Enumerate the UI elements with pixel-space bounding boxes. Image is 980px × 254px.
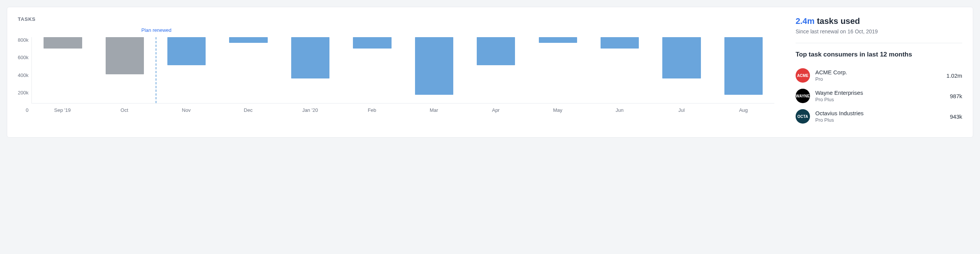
bar-column <box>527 37 589 103</box>
bar <box>291 37 329 78</box>
x-tick: Apr <box>465 107 527 113</box>
bar-column <box>713 37 775 103</box>
tasks-used-label: tasks used <box>817 16 860 26</box>
bar-column <box>94 37 156 103</box>
consumer-row: WayneWayne EnterprisesPro Plus987k <box>795 86 962 106</box>
consumer-row: ACMEACME Corp.Pro1.02m <box>795 65 962 86</box>
x-tick: Mar <box>403 107 465 113</box>
bar <box>724 37 763 95</box>
bar <box>106 37 144 74</box>
bar <box>229 37 267 43</box>
bar-column <box>341 37 403 103</box>
y-tick: 200k <box>18 90 29 96</box>
bar-column <box>465 37 527 103</box>
bar <box>601 37 639 48</box>
y-tick: 600k <box>18 54 29 60</box>
consumer-name: Wayne Enterprises <box>815 89 944 96</box>
y-tick: 400k <box>18 72 29 78</box>
x-tick: May <box>527 107 589 113</box>
x-axis: Sep '19OctNovDecJan '20FebMarAprMayJunJu… <box>32 104 775 113</box>
x-tick: Jul <box>651 107 712 113</box>
consumer-name: ACME Corp. <box>815 69 941 75</box>
x-tick: Feb <box>341 107 403 113</box>
avatar: Octa <box>795 109 810 124</box>
avatar: Wayne <box>795 89 810 103</box>
consumer-meta: Wayne EnterprisesPro Plus <box>815 89 944 102</box>
consumer-plan: Pro Plus <box>815 117 944 123</box>
bar <box>662 37 700 78</box>
tasks-card: TASKS 0200k400k600k800k Plan renewed Sep… <box>7 7 973 137</box>
bar <box>415 37 453 95</box>
consumer-row: OctaOctavius IndustriesPro Plus943k <box>795 106 962 127</box>
x-tick: Dec <box>217 107 279 113</box>
summary-pane: 2.4m tasks used Since last renewal on 16… <box>795 16 962 127</box>
x-tick: Jan '20 <box>279 107 341 113</box>
bar <box>167 37 205 65</box>
divider <box>795 43 962 43</box>
consumer-value: 943k <box>950 113 962 120</box>
bar-column <box>589 37 651 103</box>
chart-pane: TASKS 0200k400k600k800k Plan renewed Sep… <box>18 16 775 127</box>
tasks-used-subtext: Since last renewal on 16 Oct, 2019 <box>795 29 962 35</box>
bar <box>477 37 515 65</box>
consumer-value: 1.02m <box>946 72 962 79</box>
bar-column <box>156 37 217 103</box>
chart-title: TASKS <box>18 16 775 22</box>
x-tick: Sep '19 <box>32 107 93 113</box>
consumer-meta: ACME Corp.Pro <box>815 69 941 82</box>
bar-column <box>403 37 465 103</box>
avatar: ACME <box>795 68 810 83</box>
bar-column <box>32 37 94 103</box>
consumer-plan: Pro Plus <box>815 97 944 102</box>
bar-column <box>217 37 279 103</box>
consumer-value: 987k <box>950 93 962 99</box>
y-tick: 800k <box>18 37 29 43</box>
consumer-plan: Pro <box>815 76 941 82</box>
tasks-used-headline: 2.4m tasks used <box>795 16 962 26</box>
bar <box>353 37 391 48</box>
x-tick: Jun <box>589 107 651 113</box>
consumer-meta: Octavius IndustriesPro Plus <box>815 110 944 123</box>
consumer-name: Octavius Industries <box>815 110 944 117</box>
x-tick: Aug <box>713 107 775 113</box>
bar-column <box>651 37 712 103</box>
y-tick: 0 <box>26 107 29 113</box>
bar <box>43 37 82 48</box>
chart-area: 0200k400k600k800k Plan renewed Sep '19Oc… <box>18 37 775 113</box>
top-consumers-heading: Top task consumers in last 12 months <box>795 51 962 58</box>
y-axis: 0200k400k600k800k <box>18 37 32 113</box>
x-tick: Nov <box>155 107 217 113</box>
top-consumers-list: ACMEACME Corp.Pro1.02mWayneWayne Enterpr… <box>795 65 962 127</box>
plan-renewed-label: Plan renewed <box>141 27 172 33</box>
bar-plot: Plan renewed <box>32 37 775 104</box>
bar-column <box>280 37 341 103</box>
bar <box>539 37 577 43</box>
x-tick: Oct <box>94 107 155 113</box>
tasks-used-value: 2.4m <box>795 16 815 26</box>
